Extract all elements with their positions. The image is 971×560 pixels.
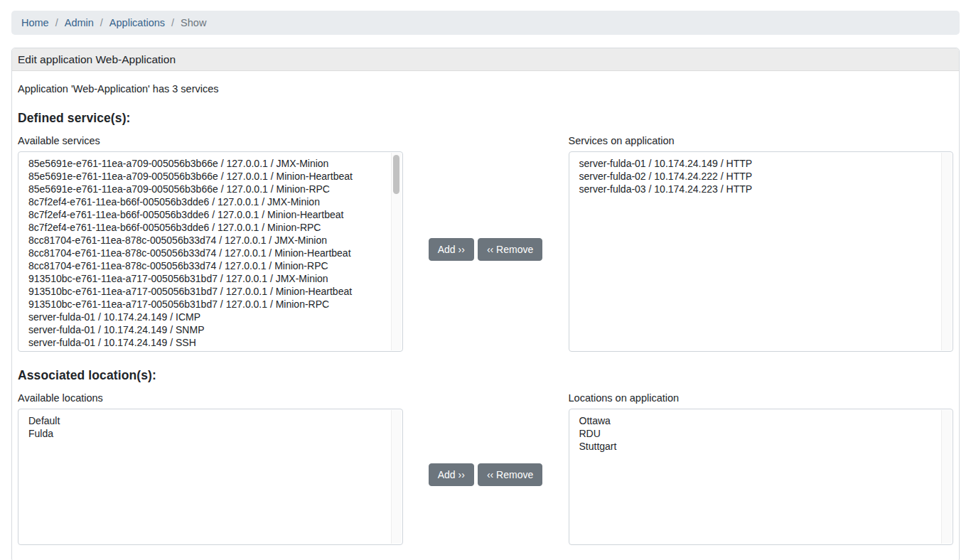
breadcrumb: Home / Admin / Applications / Show bbox=[11, 11, 960, 35]
breadcrumb-link-applications[interactable]: Applications bbox=[109, 17, 165, 28]
list-option[interactable]: server-fulda-03 / 10.174.24.223 / HTTP bbox=[579, 183, 938, 195]
list-option[interactable]: server-fulda-01 / 10.174.24.149 / SSH bbox=[28, 336, 387, 349]
available-services-listbox[interactable]: 85e5691e-e761-11ea-a709-005056b3b66e / 1… bbox=[18, 151, 403, 352]
list-option[interactable]: 8c7f2ef4-e761-11ea-b66f-005056b3dde6 / 1… bbox=[28, 221, 387, 234]
services-actions-column: Add ›› ‹‹ Remove bbox=[403, 126, 569, 352]
breadcrumb-separator: / bbox=[171, 17, 174, 28]
list-option[interactable]: Fulda bbox=[28, 427, 387, 440]
locations-actions-column: Add ›› ‹‹ Remove bbox=[403, 383, 569, 545]
available-services-column: Available services 85e5691e-e761-11ea-a7… bbox=[18, 126, 403, 352]
available-locations-column: Available locations DefaultFulda bbox=[18, 383, 403, 545]
services-add-button[interactable]: Add ›› bbox=[429, 238, 474, 261]
associated-locations-heading: Associated location(s): bbox=[18, 368, 953, 383]
services-on-application-label: Services on application bbox=[569, 135, 954, 146]
card-body: Application 'Web-Application' has 3 serv… bbox=[12, 71, 959, 560]
services-on-application-listbox[interactable]: server-fulda-01 / 10.174.24.149 / HTTPse… bbox=[569, 151, 954, 352]
list-option[interactable]: 8cc81704-e761-11ea-878c-005056b33d74 / 1… bbox=[28, 247, 387, 259]
available-locations-listbox[interactable]: DefaultFulda bbox=[18, 409, 403, 545]
locations-remove-button[interactable]: ‹‹ Remove bbox=[478, 463, 542, 486]
list-option[interactable]: 8c7f2ef4-e761-11ea-b66f-005056b3dde6 / 1… bbox=[28, 195, 387, 208]
list-option[interactable]: RDU bbox=[579, 427, 938, 440]
breadcrumb-link-home[interactable]: Home bbox=[21, 17, 49, 28]
card-header-title: Edit application Web-Application bbox=[12, 48, 959, 71]
breadcrumb-link-admin[interactable]: Admin bbox=[65, 17, 94, 28]
list-option[interactable]: 8cc81704-e761-11ea-878c-005056b33d74 / 1… bbox=[28, 259, 387, 272]
list-option[interactable]: 85e5691e-e761-11ea-a709-005056b3b66e / 1… bbox=[28, 170, 387, 183]
scrollbar-track[interactable] bbox=[391, 153, 402, 350]
list-option[interactable]: Default bbox=[28, 414, 387, 427]
list-option[interactable]: 913510bc-e761-11ea-a717-005056b31bd7 / 1… bbox=[28, 298, 387, 311]
list-option[interactable]: Ottawa bbox=[579, 414, 938, 427]
available-services-label: Available services bbox=[18, 135, 403, 146]
assigned-services-column: Services on application server-fulda-01 … bbox=[569, 126, 954, 352]
list-option[interactable]: Stuttgart bbox=[579, 440, 938, 453]
breadcrumb-current-show: Show bbox=[181, 17, 206, 28]
page: Home / Admin / Applications / Show Edit … bbox=[0, 0, 971, 560]
services-dual-select: Available services 85e5691e-e761-11ea-a7… bbox=[18, 126, 953, 352]
list-option[interactable]: server-fulda-01 / 10.174.24.149 / SNMP bbox=[28, 323, 387, 336]
list-option[interactable]: 8c7f2ef4-e761-11ea-b66f-005056b3dde6 / 1… bbox=[28, 208, 387, 221]
locations-dual-select: Available locations DefaultFulda Add ›› … bbox=[18, 383, 953, 545]
available-locations-label: Available locations bbox=[18, 392, 403, 404]
breadcrumb-separator: / bbox=[55, 17, 58, 28]
locations-on-application-label: Locations on application bbox=[569, 392, 954, 404]
locations-add-button[interactable]: Add ›› bbox=[429, 463, 474, 486]
defined-services-heading: Defined service(s): bbox=[18, 111, 953, 126]
assigned-locations-column: Locations on application OttawaRDUStuttg… bbox=[569, 383, 954, 545]
list-option[interactable]: server-fulda-02 / 10.174.24.222 / HTTP bbox=[579, 170, 938, 183]
list-option[interactable]: server-fulda-01 / 10.174.24.149 / ICMP bbox=[28, 311, 387, 323]
scrollbar-track[interactable] bbox=[941, 410, 952, 544]
list-option[interactable]: 85e5691e-e761-11ea-a709-005056b3b66e / 1… bbox=[28, 183, 387, 195]
list-option[interactable]: 85e5691e-e761-11ea-a709-005056b3b66e / 1… bbox=[28, 157, 387, 170]
services-remove-button[interactable]: ‹‹ Remove bbox=[478, 238, 542, 261]
list-option[interactable]: 913510bc-e761-11ea-a717-005056b31bd7 / 1… bbox=[28, 285, 387, 298]
scrollbar-track[interactable] bbox=[941, 153, 952, 350]
application-summary-text: Application 'Web-Application' has 3 serv… bbox=[18, 83, 953, 95]
list-option[interactable]: server-fulda-01 / 10.174.24.149 / HTTP bbox=[579, 157, 938, 170]
list-option[interactable]: 913510bc-e761-11ea-a717-005056b31bd7 / 1… bbox=[28, 272, 387, 285]
edit-application-card: Edit application Web-Application Applica… bbox=[11, 48, 960, 560]
scrollbar-thumb[interactable] bbox=[393, 155, 399, 194]
list-option[interactable]: 8cc81704-e761-11ea-878c-005056b33d74 / 1… bbox=[28, 234, 387, 247]
scrollbar-track[interactable] bbox=[391, 410, 402, 544]
locations-on-application-listbox[interactable]: OttawaRDUStuttgart bbox=[569, 409, 954, 545]
breadcrumb-separator: / bbox=[100, 17, 103, 28]
